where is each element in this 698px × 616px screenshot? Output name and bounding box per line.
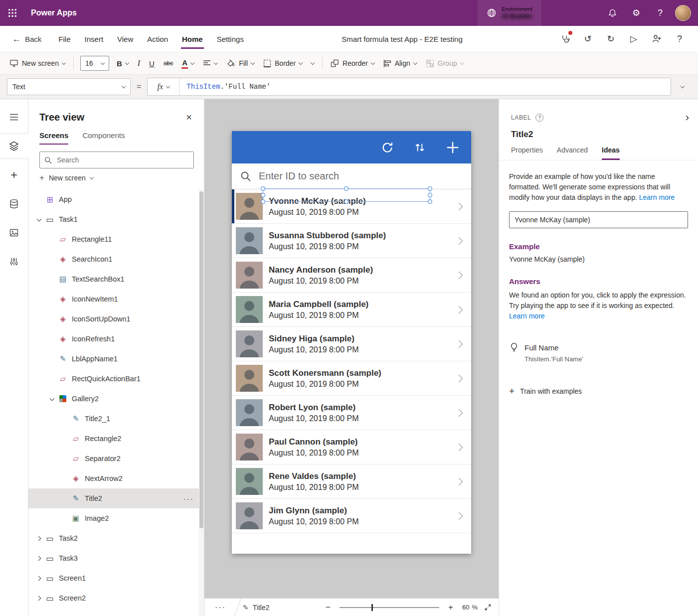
gallery-item-title[interactable]: Rene Valdes (sample) — [269, 471, 359, 481]
tree-expand-chevron[interactable] — [46, 398, 57, 400]
gallery-item-subtitle[interactable]: August 10, 2019 8:00 PM — [269, 277, 373, 286]
zoom-in-button[interactable]: + — [446, 603, 456, 613]
train-with-examples-button[interactable]: + Train with examples — [509, 386, 582, 397]
gallery-item-chevron[interactable] — [446, 189, 471, 223]
tree-item-more-button[interactable]: ··· — [183, 494, 194, 503]
gallery-item-title[interactable]: Sidney Higa (sample) — [269, 334, 359, 344]
learn-more-link[interactable]: Learn more — [639, 193, 675, 201]
gallery-item[interactable]: Susanna Stubberod (sample) August 10, 20… — [232, 224, 471, 258]
gallery-item-subtitle[interactable]: August 10, 2019 8:00 PM — [269, 483, 359, 492]
gallery-item[interactable]: Rene Valdes (sample) August 10, 2019 8:0… — [232, 464, 471, 499]
answers-learn-more-link[interactable]: Learn more — [509, 312, 545, 320]
gallery-item-title[interactable]: Jim Glynn (sample) — [269, 506, 359, 516]
gallery-item[interactable]: Paul Cannon (sample) August 10, 2019 8:0… — [232, 430, 471, 464]
tab-ideas[interactable]: Ideas — [602, 146, 620, 160]
toolbar-overflow-button[interactable] — [307, 55, 319, 72]
user-avatar[interactable] — [675, 5, 691, 21]
tree-item[interactable]: IconSortUpDown1 — [28, 309, 204, 329]
tree-item[interactable]: IconRefresh1 — [28, 329, 204, 349]
underline-button[interactable]: U — [145, 55, 159, 72]
selection-handle[interactable] — [261, 199, 265, 204]
rail-media-button[interactable] — [0, 221, 28, 245]
rail-tree-view-button[interactable] — [0, 134, 28, 158]
tree-expand-chevron[interactable] — [33, 557, 44, 560]
add-item-icon-control[interactable] — [445, 140, 460, 155]
gallery-item-title[interactable]: Nancy Anderson (sample) — [269, 265, 373, 275]
selection-handle[interactable] — [261, 186, 265, 191]
tree-item[interactable]: Task2 — [28, 528, 204, 548]
menu-settings[interactable]: Settings — [210, 26, 251, 52]
play-button[interactable]: ▷ — [622, 26, 645, 52]
back-button[interactable]: ← Back — [7, 26, 46, 52]
canvas-more-button[interactable]: ··· — [208, 603, 232, 612]
zoom-slider[interactable] — [340, 607, 439, 608]
app-checker-button[interactable] — [553, 26, 576, 52]
sort-icon-control[interactable] — [413, 141, 426, 154]
tree-item[interactable]: IconNewItem1 — [28, 289, 204, 309]
selection-handle[interactable] — [428, 193, 432, 197]
gallery-item-subtitle[interactable]: August 10, 2019 8:00 PM — [269, 311, 368, 320]
gallery-item-chevron[interactable] — [446, 499, 471, 533]
tree-item[interactable]: Image2 — [28, 508, 204, 528]
new-screen-button[interactable]: New screen — [5, 55, 70, 72]
formula-expression[interactable]: ThisItem.'Full Name' — [179, 78, 277, 95]
menu-action[interactable]: Action — [140, 26, 175, 52]
tree-expand-chevron[interactable] — [33, 597, 44, 600]
align-button[interactable]: Align — [379, 55, 421, 72]
example-input[interactable] — [509, 211, 688, 228]
border-button[interactable]: Border — [259, 55, 307, 72]
tree-search-input[interactable] — [56, 155, 189, 164]
gallery-item-chevron[interactable] — [446, 224, 471, 258]
search-box-control[interactable] — [232, 163, 471, 189]
notifications-button[interactable] — [600, 0, 624, 26]
tree-item[interactable]: Screen2 — [28, 588, 204, 608]
environment-picker[interactable]: Environment AI Builder — [478, 0, 541, 26]
help-button[interactable]: ? — [648, 0, 672, 26]
tree-expand-chevron[interactable] — [33, 537, 44, 540]
gallery-item[interactable]: Sidney Higa (sample) August 10, 2019 8:0… — [232, 327, 471, 361]
tree-item[interactable]: Task1 — [28, 209, 204, 229]
gallery-item-chevron[interactable] — [446, 293, 471, 326]
zoom-slider-thumb[interactable] — [371, 604, 373, 611]
gallery-item-title[interactable]: Paul Cannon (sample) — [269, 437, 359, 447]
gallery-item-chevron[interactable] — [446, 327, 471, 361]
fill-button[interactable]: Fill — [222, 55, 259, 72]
settings-button[interactable]: ⚙ — [624, 0, 648, 26]
selected-control-indicator[interactable]: ✎ Title2 — [243, 604, 269, 612]
gallery-item-chevron[interactable] — [446, 396, 471, 430]
gallery-item-title[interactable]: Maria Campbell (sample) — [269, 300, 368, 309]
menu-insert[interactable]: Insert — [78, 26, 111, 52]
gallery-item-subtitle[interactable]: August 10, 2019 8:00 PM — [269, 345, 359, 354]
tree-item[interactable]: Screen1 — [28, 568, 204, 588]
tree-item[interactable]: Task3 — [28, 548, 204, 568]
collapse-rail-button[interactable] — [0, 105, 28, 129]
tree-item[interactable]: Gallery2 — [28, 389, 204, 409]
tree-item[interactable]: Rectangle2 — [28, 429, 204, 449]
gallery-item-title[interactable]: Susanna Stubberod (sample) — [269, 231, 386, 241]
gallery-item-subtitle[interactable]: August 10, 2019 8:00 PM — [269, 380, 381, 389]
tree-new-screen-button[interactable]: + New screen — [28, 168, 204, 187]
strikethrough-button[interactable]: abc — [159, 55, 177, 72]
tree-item[interactable]: TextSearchBox1 — [28, 269, 204, 289]
menu-view[interactable]: View — [110, 26, 140, 52]
rail-data-button[interactable] — [0, 192, 28, 216]
gallery-item-chevron[interactable] — [446, 464, 471, 498]
tree-item[interactable]: App — [28, 189, 204, 209]
fit-to-window-button[interactable] — [484, 604, 492, 611]
tree-item[interactable]: Separator2 — [28, 449, 204, 468]
tree-scrollbar-thumb[interactable] — [199, 191, 203, 528]
tab-components[interactable]: Components — [82, 131, 125, 145]
bold-button[interactable]: B — [112, 55, 133, 72]
fx-selector[interactable]: fx — [148, 78, 179, 95]
suggested-formula[interactable]: Full Name — [509, 342, 688, 352]
reorder-button[interactable]: Reorder — [326, 55, 379, 72]
undo-button[interactable]: ↺ — [576, 26, 599, 52]
formula-bar-expand-button[interactable] — [674, 78, 691, 96]
share-button[interactable] — [645, 26, 668, 52]
tree-expand-chevron[interactable] — [33, 218, 44, 221]
tree-expand-chevron[interactable] — [33, 577, 44, 580]
rail-insert-button[interactable]: + — [0, 163, 28, 187]
text-align-button[interactable] — [198, 55, 222, 72]
gallery-search-input[interactable] — [258, 170, 463, 182]
formula-input[interactable]: fx ThisItem.'Full Name' — [147, 78, 671, 96]
